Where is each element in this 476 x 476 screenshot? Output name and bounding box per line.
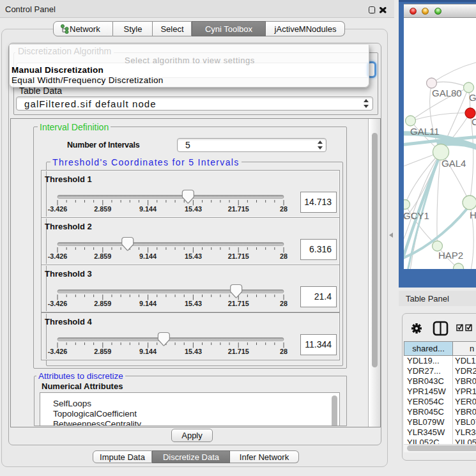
svg-text:-3.426: -3.426 xyxy=(48,348,68,355)
svg-text:9.144: 9.144 xyxy=(139,348,157,355)
svg-text:15.43: 15.43 xyxy=(185,300,202,307)
svg-text:21.715: 21.715 xyxy=(228,252,249,260)
svg-text:28: 28 xyxy=(280,348,288,355)
svg-text:HAP2: HAP2 xyxy=(438,250,463,261)
svg-text:21.715: 21.715 xyxy=(228,348,249,355)
svg-text:15.43: 15.43 xyxy=(185,205,202,213)
svg-text:9.144: 9.144 xyxy=(139,205,157,213)
svg-text:21.715: 21.715 xyxy=(228,205,249,213)
svg-text:21.715: 21.715 xyxy=(228,300,249,307)
svg-text:2.859: 2.859 xyxy=(94,300,111,307)
svg-text:GAL4: GAL4 xyxy=(441,158,466,169)
svg-text:9.144: 9.144 xyxy=(139,252,157,260)
svg-text:H: H xyxy=(470,210,476,220)
svg-text:2.859: 2.859 xyxy=(94,205,111,213)
svg-text:GAL80: GAL80 xyxy=(432,88,462,98)
svg-text:9.144: 9.144 xyxy=(139,300,157,307)
svg-text:2.859: 2.859 xyxy=(94,252,111,260)
svg-text:2.859: 2.859 xyxy=(94,348,111,355)
svg-text:GA: GA xyxy=(469,92,476,103)
svg-text:15.43: 15.43 xyxy=(185,348,202,355)
svg-text:GCY1: GCY1 xyxy=(404,210,429,221)
svg-text:GAL11: GAL11 xyxy=(410,126,440,137)
svg-text:-3.426: -3.426 xyxy=(48,300,68,307)
svg-text:15.43: 15.43 xyxy=(185,252,202,260)
svg-text:-3.426: -3.426 xyxy=(48,205,68,213)
svg-text:28: 28 xyxy=(280,300,288,307)
svg-text:28: 28 xyxy=(280,205,288,213)
svg-text:C: C xyxy=(472,116,476,127)
svg-text:28: 28 xyxy=(280,252,288,260)
svg-text:-3.426: -3.426 xyxy=(48,252,68,260)
